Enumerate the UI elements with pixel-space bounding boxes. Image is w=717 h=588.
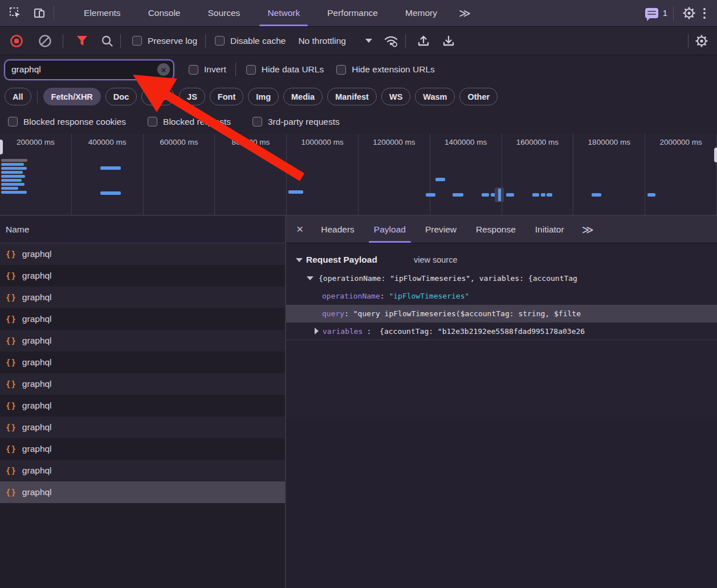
json-braces-icon: {} [6, 423, 17, 432]
chip-js[interactable]: JS [179, 88, 205, 105]
network-toolbar: Preserve log Disable cache No throttling [0, 27, 717, 55]
disable-cache-toggle[interactable]: Disable cache [215, 36, 286, 46]
filter-icon[interactable] [74, 32, 91, 50]
name-column-header[interactable]: Name [0, 216, 285, 243]
request-row[interactable]: {}graphql [0, 460, 285, 481]
chip-doc[interactable]: Doc [105, 88, 137, 105]
request-row[interactable]: {}graphql [0, 308, 285, 330]
request-name: graphql [22, 292, 52, 303]
tab-sources[interactable]: Sources [194, 0, 254, 26]
blocked-cookies-checkbox[interactable] [8, 117, 18, 126]
hide-data-urls-checkbox[interactable] [246, 65, 256, 75]
tab-network[interactable]: Network [254, 0, 313, 26]
chip-css[interactable]: CSS [141, 88, 174, 105]
chip-media[interactable]: Media [283, 88, 323, 105]
divider [63, 34, 63, 48]
view-source-link[interactable]: view source [414, 255, 458, 264]
inspect-element-icon[interactable] [7, 5, 24, 22]
request-name: graphql [22, 444, 52, 454]
request-name: graphql [22, 401, 52, 411]
network-settings-gear-icon[interactable] [693, 32, 710, 50]
preserve-log-toggle[interactable]: Preserve log [132, 36, 197, 46]
request-row[interactable]: {}graphql [0, 265, 285, 287]
request-row[interactable]: {}graphql [0, 287, 285, 308]
request-row[interactable]: {}graphql [0, 352, 285, 373]
detail-tab-headers[interactable]: Headers [311, 216, 364, 243]
blocked-requests-checkbox[interactable] [148, 117, 157, 126]
overview-left-handle[interactable] [0, 140, 3, 154]
overview-right-handle[interactable] [714, 148, 717, 162]
filter-input[interactable] [5, 60, 174, 80]
tab-elements[interactable]: Elements [70, 0, 135, 26]
json-braces-icon: {} [6, 379, 17, 389]
hide-extension-urls-checkbox[interactable] [336, 65, 346, 75]
timeline-tick: 1400000 ms [430, 134, 502, 215]
disable-cache-checkbox[interactable] [215, 36, 225, 46]
clear-network-log-button[interactable] [36, 32, 54, 50]
network-overview-timeline[interactable]: 200000 ms 400000 ms 600000 ms 800000 ms … [0, 134, 717, 216]
chip-wasm[interactable]: Wasm [415, 88, 455, 105]
chip-fetch-xhr[interactable]: Fetch/XHR [43, 88, 101, 105]
more-options-icon[interactable] [698, 5, 711, 22]
clear-filter-icon[interactable]: × [157, 63, 170, 76]
detail-tab-preview[interactable]: Preview [415, 216, 466, 243]
close-icon[interactable]: × [286, 222, 311, 237]
settings-gear-icon[interactable] [681, 5, 698, 22]
chip-ws[interactable]: WS [381, 88, 410, 105]
payload-value: {accountTag: "b12e3b2192ee5588fdad995178… [380, 327, 585, 336]
payload-key: variables [323, 327, 362, 336]
chip-other[interactable]: Other [459, 88, 498, 105]
blocked-cookies-toggle[interactable]: Blocked response cookies [8, 117, 126, 127]
network-conditions-icon[interactable] [382, 32, 400, 50]
hide-data-urls-toggle[interactable]: Hide data URLs [246, 64, 324, 75]
request-row[interactable]: {}graphql [0, 373, 285, 395]
third-party-toggle[interactable]: 3rd-party requests [252, 117, 340, 127]
export-har-icon[interactable] [440, 32, 457, 50]
filter-input-wrap: × [5, 60, 174, 80]
json-braces-icon: {} [6, 293, 17, 302]
preserve-log-label: Preserve log [148, 36, 197, 46]
search-icon[interactable] [99, 32, 116, 50]
more-tabs-icon[interactable]: ≫ [451, 6, 479, 20]
invert-toggle[interactable]: Invert [189, 64, 226, 75]
import-har-icon[interactable] [415, 32, 432, 50]
payload-summary-row[interactable]: {operationName: "ipFlowTimeseries", vari… [286, 270, 717, 287]
request-row[interactable]: {}graphql [0, 243, 285, 265]
detail-tab-payload[interactable]: Payload [364, 216, 415, 243]
payload-row-operation-name[interactable]: operationName: "ipFlowTimeseries" [286, 287, 717, 305]
tab-performance[interactable]: Performance [313, 0, 392, 26]
tab-console[interactable]: Console [135, 0, 194, 26]
throttling-select[interactable]: No throttling [298, 36, 372, 46]
timeline-tick: 200000 ms [0, 134, 72, 215]
payload-row-query[interactable]: query: "query ipFlowTimeseries($accountT… [286, 305, 717, 322]
preserve-log-checkbox[interactable] [132, 36, 142, 46]
request-row[interactable]: {}graphql [0, 330, 285, 352]
request-name: graphql [22, 271, 52, 281]
issues-badge[interactable]: 1 [645, 8, 667, 18]
more-detail-tabs-icon[interactable]: ≫ [574, 223, 602, 236]
third-party-checkbox[interactable] [252, 117, 262, 126]
chip-all[interactable]: All [5, 88, 31, 105]
blocked-requests-toggle[interactable]: Blocked requests [148, 117, 231, 127]
chip-img[interactable]: Img [248, 88, 279, 105]
payload-row-variables[interactable]: variables: {accountTag: "b12e3b2192ee558… [286, 322, 717, 340]
request-row-selected[interactable]: {}graphql [0, 481, 285, 503]
request-row[interactable]: {}graphql [0, 416, 285, 438]
request-payload-section[interactable]: Request Payload view source [286, 250, 717, 270]
invert-checkbox[interactable] [189, 65, 198, 75]
record-network-log-button[interactable] [8, 32, 25, 50]
device-toolbar-icon[interactable] [31, 5, 48, 22]
chip-font[interactable]: Font [210, 88, 243, 105]
tab-memory[interactable]: Memory [392, 0, 451, 26]
expand-triangle-icon [315, 328, 319, 334]
request-row[interactable]: {}graphql [0, 438, 285, 460]
detail-tab-initiator[interactable]: Initiator [525, 216, 574, 243]
hide-extension-urls-toggle[interactable]: Hide extension URLs [336, 64, 435, 75]
payload-view: Request Payload view source {operationNa… [286, 243, 717, 419]
detail-tabs-bar: × Headers Payload Preview Response Initi… [286, 216, 717, 243]
detail-tab-response[interactable]: Response [466, 216, 525, 243]
chip-manifest[interactable]: Manifest [327, 88, 377, 105]
request-row[interactable]: {}graphql [0, 395, 285, 416]
blocked-cookies-label: Blocked response cookies [23, 117, 126, 127]
issues-count: 1 [662, 8, 667, 18]
